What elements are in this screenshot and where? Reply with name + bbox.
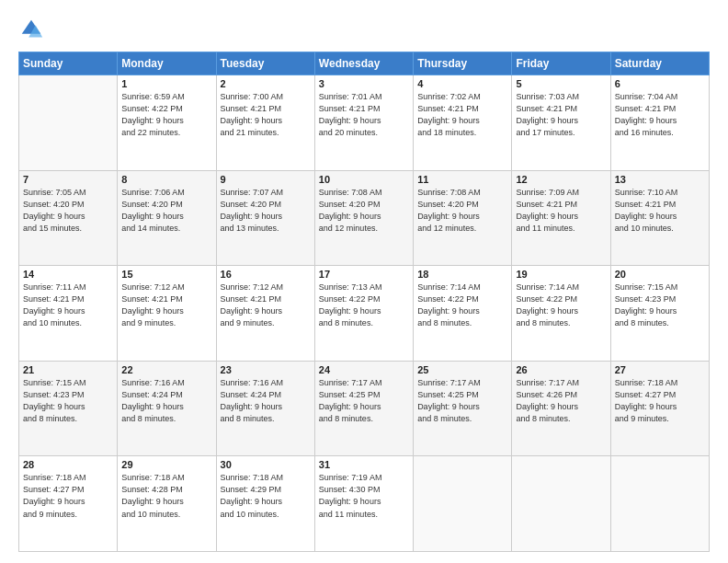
- day-header-sunday: Sunday: [19, 52, 118, 75]
- day-info: Sunrise: 7:14 AMSunset: 4:22 PMDaylight:…: [417, 282, 507, 329]
- day-info: Sunrise: 7:18 AMSunset: 4:28 PMDaylight:…: [121, 472, 211, 520]
- day-info: Sunrise: 7:15 AMSunset: 4:23 PMDaylight:…: [615, 282, 705, 329]
- day-number: 10: [319, 174, 409, 185]
- day-number: 13: [615, 174, 705, 185]
- day-number: 29: [121, 459, 211, 470]
- day-header-friday: Friday: [512, 52, 610, 75]
- day-header-monday: Monday: [118, 52, 216, 75]
- calendar-cell: 10Sunrise: 7:08 AMSunset: 4:20 PMDayligh…: [314, 170, 413, 266]
- calendar-cell: 23Sunrise: 7:16 AMSunset: 4:24 PMDayligh…: [216, 361, 314, 456]
- calendar-cell: 29Sunrise: 7:18 AMSunset: 4:28 PMDayligh…: [118, 456, 216, 552]
- day-info: Sunrise: 7:06 AMSunset: 4:20 PMDaylight:…: [121, 187, 211, 235]
- day-number: 12: [516, 174, 606, 185]
- calendar-cell: 19Sunrise: 7:14 AMSunset: 4:22 PMDayligh…: [512, 266, 610, 362]
- calendar-cell: 25Sunrise: 7:17 AMSunset: 4:25 PMDayligh…: [414, 361, 512, 456]
- logo-icon: [18, 17, 44, 42]
- logo: [18, 17, 48, 42]
- calendar-week-5: 28Sunrise: 7:18 AMSunset: 4:27 PMDayligh…: [19, 456, 710, 552]
- calendar-cell: 27Sunrise: 7:18 AMSunset: 4:27 PMDayligh…: [610, 361, 709, 456]
- day-number: 11: [417, 174, 507, 185]
- day-number: 18: [417, 269, 507, 280]
- calendar-cell: 28Sunrise: 7:18 AMSunset: 4:27 PMDayligh…: [19, 456, 118, 552]
- day-info: Sunrise: 7:10 AMSunset: 4:21 PMDaylight:…: [615, 187, 705, 235]
- day-info: Sunrise: 7:05 AMSunset: 4:20 PMDaylight:…: [23, 187, 113, 235]
- day-header-tuesday: Tuesday: [216, 52, 314, 75]
- day-info: Sunrise: 7:08 AMSunset: 4:20 PMDaylight:…: [319, 187, 409, 235]
- calendar-cell: 15Sunrise: 7:12 AMSunset: 4:21 PMDayligh…: [118, 266, 216, 362]
- calendar-cell: 9Sunrise: 7:07 AMSunset: 4:20 PMDaylight…: [216, 170, 314, 266]
- calendar-week-1: 1Sunrise: 6:59 AMSunset: 4:22 PMDaylight…: [19, 75, 710, 171]
- day-number: 3: [319, 78, 409, 89]
- calendar-cell: [512, 456, 610, 552]
- day-number: 8: [121, 174, 211, 185]
- calendar-cell: 24Sunrise: 7:17 AMSunset: 4:25 PMDayligh…: [314, 361, 413, 456]
- day-info: Sunrise: 7:14 AMSunset: 4:22 PMDaylight:…: [516, 282, 606, 329]
- calendar-cell: 30Sunrise: 7:18 AMSunset: 4:29 PMDayligh…: [216, 456, 314, 552]
- day-info: Sunrise: 7:08 AMSunset: 4:20 PMDaylight:…: [417, 187, 507, 235]
- day-info: Sunrise: 7:17 AMSunset: 4:25 PMDaylight:…: [417, 377, 507, 425]
- day-info: Sunrise: 7:02 AMSunset: 4:21 PMDaylight:…: [417, 91, 507, 139]
- day-info: Sunrise: 7:18 AMSunset: 4:27 PMDaylight:…: [23, 472, 113, 520]
- day-info: Sunrise: 7:18 AMSunset: 4:27 PMDaylight:…: [615, 377, 705, 425]
- day-info: Sunrise: 7:16 AMSunset: 4:24 PMDaylight:…: [121, 377, 211, 425]
- calendar-week-3: 14Sunrise: 7:11 AMSunset: 4:21 PMDayligh…: [19, 266, 710, 362]
- day-info: Sunrise: 7:12 AMSunset: 4:21 PMDaylight:…: [221, 282, 311, 329]
- day-number: 1: [121, 78, 211, 89]
- day-number: 17: [319, 269, 409, 280]
- page: SundayMondayTuesdayWednesdayThursdayFrid…: [0, 0, 728, 563]
- day-number: 16: [221, 269, 311, 280]
- calendar-table: SundayMondayTuesdayWednesdayThursdayFrid…: [18, 52, 710, 552]
- calendar-cell: 2Sunrise: 7:00 AMSunset: 4:21 PMDaylight…: [216, 75, 314, 171]
- day-number: 4: [417, 78, 507, 89]
- day-number: 14: [23, 269, 113, 280]
- calendar-cell: [414, 456, 512, 552]
- calendar-cell: 31Sunrise: 7:19 AMSunset: 4:30 PMDayligh…: [314, 456, 413, 552]
- calendar-cell: 26Sunrise: 7:17 AMSunset: 4:26 PMDayligh…: [512, 361, 610, 456]
- day-header-wednesday: Wednesday: [314, 52, 413, 75]
- day-info: Sunrise: 7:03 AMSunset: 4:21 PMDaylight:…: [516, 91, 606, 139]
- day-number: 20: [615, 269, 705, 280]
- day-info: Sunrise: 7:16 AMSunset: 4:24 PMDaylight:…: [221, 377, 311, 425]
- calendar-week-4: 21Sunrise: 7:15 AMSunset: 4:23 PMDayligh…: [19, 361, 710, 456]
- day-info: Sunrise: 7:17 AMSunset: 4:26 PMDaylight:…: [516, 377, 606, 425]
- day-number: 5: [516, 78, 606, 89]
- day-info: Sunrise: 7:01 AMSunset: 4:21 PMDaylight:…: [319, 91, 409, 139]
- day-number: 2: [221, 78, 311, 89]
- day-header-thursday: Thursday: [414, 52, 512, 75]
- day-info: Sunrise: 7:18 AMSunset: 4:29 PMDaylight:…: [221, 472, 311, 520]
- calendar-cell: 18Sunrise: 7:14 AMSunset: 4:22 PMDayligh…: [414, 266, 512, 362]
- calendar-cell: 4Sunrise: 7:02 AMSunset: 4:21 PMDaylight…: [414, 75, 512, 171]
- calendar-cell: 13Sunrise: 7:10 AMSunset: 4:21 PMDayligh…: [610, 170, 709, 266]
- calendar-cell: 6Sunrise: 7:04 AMSunset: 4:21 PMDaylight…: [610, 75, 709, 171]
- day-number: 27: [615, 364, 705, 375]
- day-number: 9: [221, 174, 311, 185]
- day-number: 24: [319, 364, 409, 375]
- day-number: 23: [221, 364, 311, 375]
- day-number: 22: [121, 364, 211, 375]
- calendar-cell: 14Sunrise: 7:11 AMSunset: 4:21 PMDayligh…: [19, 266, 118, 362]
- calendar-cell: 3Sunrise: 7:01 AMSunset: 4:21 PMDaylight…: [314, 75, 413, 171]
- calendar-cell: 11Sunrise: 7:08 AMSunset: 4:20 PMDayligh…: [414, 170, 512, 266]
- day-info: Sunrise: 7:19 AMSunset: 4:30 PMDaylight:…: [319, 472, 409, 520]
- day-info: Sunrise: 7:15 AMSunset: 4:23 PMDaylight:…: [23, 377, 113, 425]
- day-info: Sunrise: 7:00 AMSunset: 4:21 PMDaylight:…: [221, 91, 311, 139]
- day-number: 30: [221, 459, 311, 470]
- calendar-cell: 16Sunrise: 7:12 AMSunset: 4:21 PMDayligh…: [216, 266, 314, 362]
- day-number: 15: [121, 269, 211, 280]
- day-number: 21: [23, 364, 113, 375]
- day-info: Sunrise: 7:09 AMSunset: 4:21 PMDaylight:…: [516, 187, 606, 235]
- calendar-week-2: 7Sunrise: 7:05 AMSunset: 4:20 PMDaylight…: [19, 170, 710, 266]
- day-info: Sunrise: 7:04 AMSunset: 4:21 PMDaylight:…: [615, 91, 705, 139]
- day-number: 19: [516, 269, 606, 280]
- day-number: 6: [615, 78, 705, 89]
- day-info: Sunrise: 7:07 AMSunset: 4:20 PMDaylight:…: [221, 187, 311, 235]
- calendar-cell: 22Sunrise: 7:16 AMSunset: 4:24 PMDayligh…: [118, 361, 216, 456]
- day-number: 31: [319, 459, 409, 470]
- calendar-cell: 12Sunrise: 7:09 AMSunset: 4:21 PMDayligh…: [512, 170, 610, 266]
- day-info: Sunrise: 7:11 AMSunset: 4:21 PMDaylight:…: [23, 282, 113, 329]
- day-header-saturday: Saturday: [610, 52, 709, 75]
- day-number: 25: [417, 364, 507, 375]
- day-info: Sunrise: 6:59 AMSunset: 4:22 PMDaylight:…: [121, 91, 211, 139]
- header: [18, 17, 710, 42]
- calendar-header-row: SundayMondayTuesdayWednesdayThursdayFrid…: [19, 52, 710, 75]
